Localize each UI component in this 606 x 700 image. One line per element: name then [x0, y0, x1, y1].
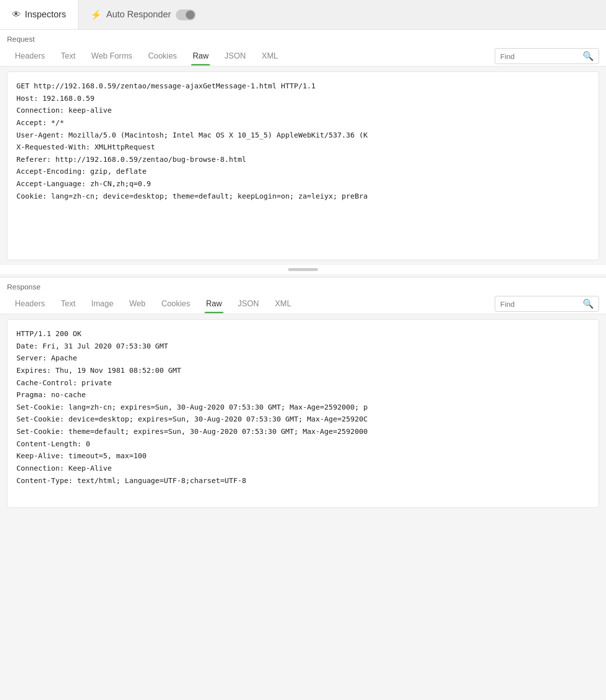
response-tab-image[interactable]: Image — [83, 294, 121, 313]
request-scroll-thumb[interactable] — [288, 268, 318, 271]
inspectors-label: Inspectors — [25, 9, 66, 20]
response-find-input[interactable] — [500, 300, 580, 308]
response-find-box: 🔍 — [495, 296, 599, 312]
response-tab-xml[interactable]: XML — [267, 294, 299, 313]
request-find-box: 🔍 — [495, 48, 599, 64]
request-tab-headers[interactable]: Headers — [7, 47, 53, 66]
request-tab-raw[interactable]: Raw — [185, 47, 217, 66]
response-tab-headers[interactable]: Headers — [7, 294, 53, 313]
response-tab-web[interactable]: Web — [121, 294, 153, 313]
auto-responder-label: Auto Responder — [106, 9, 171, 20]
request-scroll-hint — [0, 265, 606, 274]
request-tab-webforms[interactable]: Web Forms — [83, 47, 140, 66]
request-find-input[interactable] — [500, 52, 580, 61]
request-raw-text: GET http://192.168.0.59/zentao/message-a… — [16, 80, 590, 202]
response-tab-bar: Headers Text Image Web Cookies Raw JSON … — [0, 294, 606, 314]
inspectors-tab[interactable]: 👁 Inspectors — [0, 0, 78, 29]
response-tab-json[interactable]: JSON — [230, 294, 267, 313]
request-search-icon[interactable]: 🔍 — [583, 51, 594, 62]
request-tab-xml[interactable]: XML — [254, 47, 286, 66]
response-tab-text[interactable]: Text — [53, 294, 83, 313]
response-raw-content: HTTP/1.1 200 OK Date: Fri, 31 Jul 2020 0… — [7, 319, 599, 508]
response-section: Response Headers Text Image Web Cookies … — [0, 278, 606, 508]
response-search-icon[interactable]: 🔍 — [583, 298, 594, 309]
request-section-label: Request — [0, 30, 606, 46]
auto-responder-tab[interactable]: ⚡ Auto Responder — [78, 0, 208, 29]
top-nav: 👁 Inspectors ⚡ Auto Responder — [0, 0, 606, 30]
auto-responder-toggle[interactable] — [176, 9, 196, 20]
request-tab-text[interactable]: Text — [53, 47, 83, 66]
request-tab-bar: Headers Text Web Forms Cookies Raw JSON … — [0, 46, 606, 67]
request-tab-cookies[interactable]: Cookies — [140, 47, 185, 66]
response-tab-cookies[interactable]: Cookies — [153, 294, 198, 313]
response-section-label: Response — [0, 278, 606, 294]
response-raw-text: HTTP/1.1 200 OK Date: Fri, 31 Jul 2020 0… — [16, 328, 590, 487]
bolt-icon: ⚡ — [90, 9, 101, 20]
eye-icon: 👁 — [12, 9, 21, 20]
request-tab-json[interactable]: JSON — [217, 47, 254, 66]
response-tab-raw[interactable]: Raw — [198, 294, 230, 313]
request-raw-content: GET http://192.168.0.59/zentao/message-a… — [7, 71, 599, 260]
